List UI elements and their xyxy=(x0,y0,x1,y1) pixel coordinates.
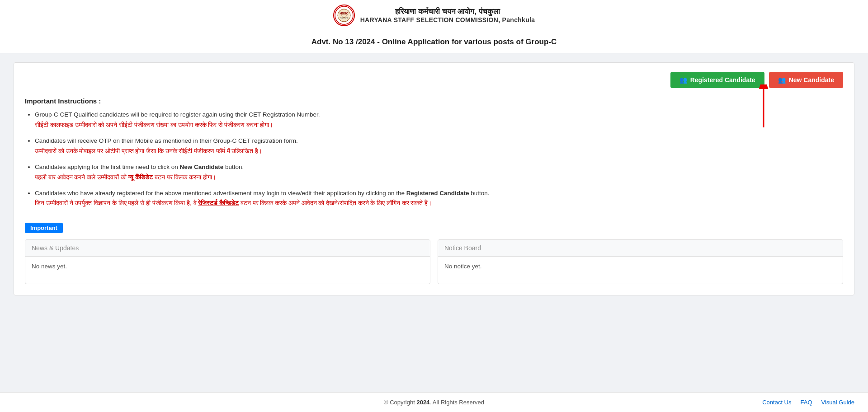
important-badge: Important xyxy=(25,223,63,233)
notice-panel-body: No notice yet. xyxy=(438,257,843,284)
list-item: Group-C CET Qualified candidates will be… xyxy=(35,110,843,130)
panels-row: News & Updates No news yet. Notice Board… xyxy=(25,239,843,284)
svg-text:HSSC: HSSC xyxy=(340,12,348,15)
list-item: Candidates applying for the first time n… xyxy=(35,163,843,183)
page-header: HSSC Haryana हरियाणा कर्मचारी चयन आयोग, … xyxy=(0,0,868,31)
main-content: 👥 Registered Candidate 👥 New Candidate I… xyxy=(0,53,868,392)
contact-us-link[interactable]: Contact Us xyxy=(762,399,791,406)
svg-point-1 xyxy=(338,9,350,22)
notice-panel-header: Notice Board xyxy=(438,240,843,257)
footer-links: Contact Us FAQ Visual Guide xyxy=(762,399,854,406)
instructions-section: Important Instructions : Group-C CET Qua… xyxy=(25,97,843,208)
news-panel: News & Updates No news yet. xyxy=(25,239,430,284)
action-buttons-row: 👥 Registered Candidate 👥 New Candidate xyxy=(25,72,843,88)
visual-guide-link[interactable]: Visual Guide xyxy=(821,399,854,406)
instructions-list: Group-C CET Qualified candidates will be… xyxy=(25,110,843,208)
header-english-title: HARYANA STAFF SELECTION COMMISSION, Panc… xyxy=(360,16,535,23)
notice-panel: Notice Board No notice yet. xyxy=(438,239,843,284)
adv-title: Advt. No 13 /2024 - Online Application f… xyxy=(311,37,557,46)
adv-title-bar: Advt. No 13 /2024 - Online Application f… xyxy=(0,31,868,53)
new-candidate-label: New Candidate xyxy=(789,76,834,84)
faq-link[interactable]: FAQ xyxy=(801,399,812,406)
registered-candidate-label: Registered Candidate xyxy=(690,76,755,84)
news-panel-body: No news yet. xyxy=(25,257,430,284)
page-footer: © Copyright 2024. All Rights Reserved Co… xyxy=(0,392,868,412)
copyright-text: © Copyright 2024. All Rights Reserved xyxy=(384,399,484,406)
registered-candidate-button[interactable]: 👥 Registered Candidate xyxy=(670,72,764,88)
logo: HSSC Haryana xyxy=(333,5,355,26)
people-icon-new: 👥 xyxy=(778,76,786,84)
list-item: Candidates will receive OTP on their Mob… xyxy=(35,136,843,156)
list-item: Candidates who have already registered f… xyxy=(35,189,843,209)
people-icon-registered: 👥 xyxy=(679,76,687,84)
news-panel-header: News & Updates xyxy=(25,240,430,257)
instructions-title: Important Instructions : xyxy=(25,97,843,105)
header-hindi-title: हरियाणा कर्मचारी चयन आयोग, पंचकुला xyxy=(395,7,500,16)
new-candidate-button[interactable]: 👥 New Candidate xyxy=(769,72,843,88)
content-card: 👥 Registered Candidate 👥 New Candidate I… xyxy=(14,62,854,295)
